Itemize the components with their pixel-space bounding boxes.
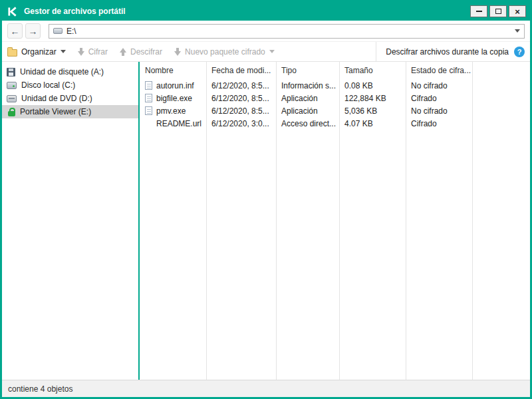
column-header-row: Nombre Fecha de modi... Tipo Tamaño Esta… xyxy=(140,62,530,79)
file-encryption-status: No cifrado xyxy=(406,81,472,90)
organize-label: Organizar xyxy=(21,47,57,57)
file-encryption-status: Cifrado xyxy=(406,94,472,103)
drive-icon xyxy=(53,28,63,34)
forward-button[interactable]: → xyxy=(25,23,41,39)
title-bar: Gestor de archivos portátil × xyxy=(2,2,530,21)
file-icon xyxy=(145,106,152,115)
floppy-drive-icon xyxy=(7,68,15,76)
sidebar-item-floppy-a[interactable]: Unidad de disquete (A:) xyxy=(2,65,138,78)
decrypt-button[interactable]: Descifrar xyxy=(120,47,162,57)
address-bar[interactable]: E:\ xyxy=(49,24,525,39)
file-date: 6/12/2020, 3:0... xyxy=(206,119,276,128)
main-area: Unidad de disquete (A:) Disco local (C:)… xyxy=(2,62,530,380)
decrypt-arrow-icon xyxy=(120,48,126,56)
column-header-status[interactable]: Estado de cifra... xyxy=(406,66,472,75)
file-type: Información s... xyxy=(276,81,339,90)
file-type: Aplicación xyxy=(276,94,339,103)
close-icon: × xyxy=(515,7,520,16)
maximize-button[interactable] xyxy=(489,5,507,17)
package-arrow-icon xyxy=(174,48,181,56)
help-icon[interactable]: ? xyxy=(514,47,525,57)
encrypt-arrow-icon xyxy=(78,48,84,56)
address-value: E:\ xyxy=(66,27,76,36)
sidebar-item-label: Disco local (C:) xyxy=(21,80,75,90)
sidebar: Unidad de disquete (A:) Disco local (C:)… xyxy=(2,62,138,380)
sidebar-item-label: Unidad de disquete (A:) xyxy=(20,67,104,76)
column-header-size[interactable]: Tamaño xyxy=(339,66,406,75)
file-size: 0.08 KB xyxy=(339,81,406,90)
new-encrypted-package-button[interactable]: Nuevo paquete cifrado xyxy=(174,47,275,57)
file-type: Acceso direct... xyxy=(276,119,339,128)
status-text: contiene 4 objetos xyxy=(8,384,72,394)
close-button[interactable]: × xyxy=(509,5,526,17)
file-name: README.url xyxy=(156,119,201,128)
column-header-date[interactable]: Fecha de modi... xyxy=(206,66,276,75)
address-dropdown-icon[interactable] xyxy=(515,29,520,33)
file-name: autorun.inf xyxy=(156,81,194,90)
back-button[interactable]: ← xyxy=(7,23,23,39)
encrypt-button[interactable]: Cifrar xyxy=(78,47,108,57)
portable-file-manager-window: Gestor de archivos portátil × ← → E:\ Or… xyxy=(0,0,532,399)
organize-button[interactable]: Organizar xyxy=(7,47,66,57)
copy-option-label: Descifrar archivos durante la copia xyxy=(386,47,509,57)
decrypt-label: Descifrar xyxy=(130,47,162,57)
file-encryption-status: No cifrado xyxy=(406,106,472,116)
window-controls: × xyxy=(470,5,526,17)
window-title: Gestor de archivos portátil xyxy=(24,7,126,16)
copy-option-group: Descifrar archivos durante la copia ? xyxy=(376,42,525,61)
organize-dropdown-icon xyxy=(61,50,66,53)
sidebar-item-label: Unidad de DVD (D:) xyxy=(21,94,92,103)
column-header-type[interactable]: Tipo xyxy=(276,66,339,75)
navigation-bar: ← → E:\ xyxy=(2,21,530,42)
file-encryption-status: Cifrado xyxy=(406,119,472,128)
file-date: 6/12/2020, 8:5... xyxy=(206,106,276,116)
forward-arrow-icon: → xyxy=(29,27,38,36)
file-size: 4.07 KB xyxy=(339,119,406,128)
file-date: 6/12/2020, 8:5... xyxy=(206,81,276,90)
new-package-dropdown-icon xyxy=(269,50,275,53)
file-row-autorun[interactable]: autorun.inf 6/12/2020, 8:5... Informació… xyxy=(140,79,530,92)
sidebar-item-label: Portable Viewer (E:) xyxy=(20,107,91,116)
back-arrow-icon: ← xyxy=(11,27,20,36)
file-name: bigfile.exe xyxy=(156,94,192,103)
minimize-button[interactable] xyxy=(470,5,487,17)
green-lock-icon xyxy=(8,111,15,116)
new-package-label: Nuevo paquete cifrado xyxy=(185,47,265,57)
folder-icon xyxy=(7,49,17,57)
hard-disk-icon xyxy=(7,82,17,89)
file-list: Nombre Fecha de modi... Tipo Tamaño Esta… xyxy=(138,62,530,380)
kaspersky-logo-icon xyxy=(7,7,17,17)
file-name: pmv.exe xyxy=(156,106,186,116)
file-row-pmv[interactable]: pmv.exe 6/12/2020, 8:5... Aplicación 5,0… xyxy=(140,104,530,117)
maximize-icon xyxy=(495,9,501,14)
toolbar: Organizar Cifrar Descifrar Nuevo paquete… xyxy=(2,42,530,62)
file-icon xyxy=(145,94,152,102)
sidebar-item-local-disk-c[interactable]: Disco local (C:) xyxy=(2,78,138,92)
file-row-bigfile[interactable]: bigfile.exe 6/12/2020, 8:5... Aplicación… xyxy=(140,92,530,104)
sidebar-item-dvd-d[interactable]: Unidad de DVD (D:) xyxy=(2,92,138,105)
dvd-drive-icon xyxy=(7,95,17,102)
encrypt-label: Cifrar xyxy=(88,47,108,57)
file-size: 5,036 KB xyxy=(339,106,406,116)
file-date: 6/12/2020, 8:5... xyxy=(206,94,276,103)
file-icon xyxy=(145,81,152,90)
minimize-icon xyxy=(476,11,482,12)
status-bar: contiene 4 objetos xyxy=(2,380,530,397)
sidebar-item-portable-viewer-e[interactable]: Portable Viewer (E:) xyxy=(2,105,138,118)
file-type: Aplicación xyxy=(276,106,339,116)
column-header-name[interactable]: Nombre xyxy=(140,66,206,75)
file-size: 122,884 KB xyxy=(339,94,406,103)
file-row-readme[interactable]: README.url 6/12/2020, 3:0... Acceso dire… xyxy=(140,117,530,130)
